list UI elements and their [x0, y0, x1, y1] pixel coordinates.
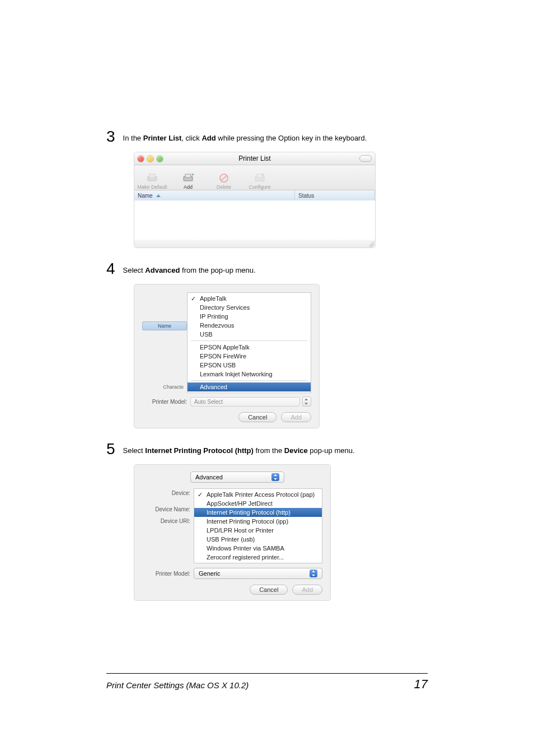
- add-button: Add: [292, 585, 322, 595]
- step-number: 3: [106, 129, 115, 144]
- step-3: 3 In the Printer List, click Add while p…: [106, 129, 428, 144]
- svg-text:+: +: [191, 173, 194, 178]
- device-menu[interactable]: AppleTalk Printer Access Protocol (pap) …: [194, 488, 322, 563]
- connection-menu[interactable]: AppleTalk Directory Services IP Printing…: [187, 292, 311, 393]
- menu-item[interactable]: AppleTalk: [188, 294, 311, 303]
- window-footer: [134, 240, 375, 248]
- printer-model-popup[interactable]: Auto Select: [190, 397, 300, 407]
- column-headers: Name Status: [134, 190, 375, 200]
- label-printer-model: Printer Model:: [142, 399, 190, 405]
- popup-arrows-icon: [310, 570, 317, 577]
- label-device-uri: Device URI:: [142, 516, 194, 526]
- window-titlebar: Printer List: [134, 152, 375, 165]
- step-text: In the Printer List, click Add while pre…: [123, 133, 367, 143]
- screenshot-advanced-menu: Name Characte AppleTalk Directory Servic…: [134, 284, 319, 428]
- add-button[interactable]: + Add: [170, 166, 206, 190]
- menu-item[interactable]: EPSON FireWire: [188, 352, 311, 361]
- label-printer-model: Printer Model:: [142, 571, 194, 577]
- menu-item-advanced[interactable]: Advanced: [188, 382, 311, 391]
- printer-model-popup[interactable]: Generic: [194, 568, 322, 579]
- toolbar: Make Default + Add Delete Configure: [134, 165, 375, 190]
- cancel-button[interactable]: Cancel: [250, 585, 288, 595]
- column-name[interactable]: Name: [134, 190, 295, 200]
- column-status[interactable]: Status: [295, 190, 375, 200]
- cancel-button[interactable]: Cancel: [238, 412, 277, 422]
- menu-item[interactable]: LPD/LPR Host or Printer: [194, 526, 322, 535]
- make-default-button: Make Default: [134, 166, 170, 190]
- screenshot-device-menu: Advanced Device: Device Name: Device URI…: [134, 465, 330, 600]
- menu-item[interactable]: USB: [188, 330, 311, 339]
- delete-button: Delete: [206, 166, 242, 190]
- step-text: Select Internet Printing Protocol (http)…: [123, 446, 355, 456]
- configure-button: Configure: [242, 166, 278, 190]
- menu-item[interactable]: Lexmark Inkjet Networking: [188, 370, 311, 379]
- step-text: Select Advanced from the pop-up menu.: [123, 265, 256, 276]
- label-device-name: Device Name:: [142, 505, 194, 514]
- menu-item[interactable]: Windows Printer via SAMBA: [194, 544, 322, 553]
- menu-item[interactable]: Directory Services: [188, 303, 311, 312]
- delete-icon: [218, 173, 229, 183]
- connection-popup[interactable]: Advanced: [190, 472, 284, 483]
- stepper-icon[interactable]: [302, 396, 311, 407]
- step-5: 5 Select Internet Printing Protocol (htt…: [106, 441, 428, 457]
- footer-title: Print Center Settings (Mac OS X 10.2): [106, 680, 249, 690]
- menu-separator: [191, 380, 307, 381]
- menu-item[interactable]: Internet Printing Protocol (ipp): [194, 517, 322, 526]
- menu-item-http[interactable]: Internet Printing Protocol (http): [194, 508, 322, 517]
- menu-item[interactable]: EPSON AppleTalk: [188, 343, 311, 352]
- step-4: 4 Select Advanced from the pop-up menu.: [106, 261, 428, 277]
- configure-icon: [254, 173, 266, 183]
- popup-value: Generic: [199, 570, 221, 577]
- step-number: 5: [106, 441, 115, 457]
- popup-arrows-icon: [271, 473, 279, 481]
- svg-rect-1: [149, 174, 155, 178]
- menu-item[interactable]: AppSocket/HP JetDirect: [194, 499, 322, 508]
- sort-ascending-icon: [156, 194, 161, 197]
- window-title: Printer List: [134, 155, 375, 162]
- resize-grip-icon[interactable]: [367, 240, 374, 246]
- menu-item[interactable]: Rendezvous: [188, 321, 311, 330]
- svg-line-6: [221, 176, 227, 180]
- svg-rect-3: [185, 174, 191, 178]
- menu-item[interactable]: Zeroconf registered printer...: [194, 553, 322, 562]
- step-number: 4: [106, 261, 115, 277]
- menu-item[interactable]: USB Printer (usb): [194, 535, 322, 544]
- menu-separator: [191, 340, 307, 341]
- footer-page-number: 17: [414, 677, 428, 692]
- menu-item[interactable]: AppleTalk Printer Access Protocol (pap): [194, 490, 322, 499]
- printer-icon: [146, 173, 158, 183]
- screenshot-printer-list: Printer List Make Default + Add Delete C…: [134, 152, 375, 248]
- menu-item[interactable]: IP Printing: [188, 312, 311, 321]
- popup-value: Advanced: [195, 474, 223, 480]
- toolbar-toggle-icon[interactable]: [359, 155, 372, 162]
- printer-add-icon: +: [182, 173, 194, 183]
- printer-list-body[interactable]: [134, 200, 375, 240]
- add-button: Add: [281, 412, 311, 422]
- label-device: Device:: [142, 488, 194, 498]
- label-characte: Characte: [142, 384, 187, 390]
- menu-item[interactable]: EPSON USB: [188, 361, 311, 370]
- label-name: Name: [142, 321, 187, 330]
- page-footer: Print Center Settings (Mac OS X 10.2) 17: [106, 673, 428, 692]
